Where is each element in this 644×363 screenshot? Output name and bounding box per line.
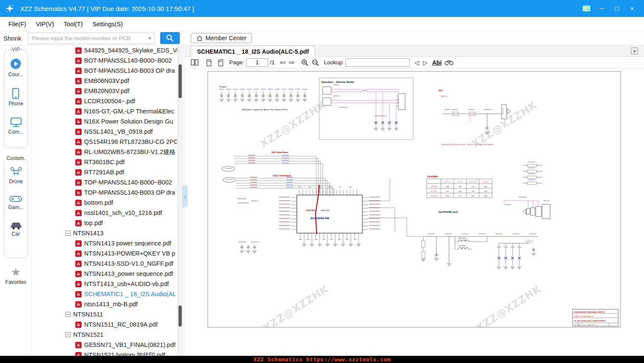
tree-file-row[interactable]: ANTSN1413-POWER+QKEY VB p: [32, 248, 177, 258]
speaker-title: Speaker - Stereo Mode: [321, 80, 354, 84]
tree-file-row[interactable]: Atop.pdf: [32, 218, 177, 228]
pdf-file-icon: A: [75, 129, 82, 135]
tree-file-row[interactable]: ANTST1413_usb+AUDIO-vb.pdf: [32, 279, 177, 289]
tree-collapse-icon[interactable]: −: [66, 312, 71, 317]
collapse-panel-tab[interactable]: ‹: [182, 185, 188, 207]
tree-file-row[interactable]: ANTSN1521 bottom 加丝印.pdf: [32, 350, 177, 356]
tree-file-row[interactable]: AN16S-GT,-GM,-LP Thermal&Elec: [32, 106, 177, 116]
tab-close-button[interactable]: ×: [631, 47, 638, 55]
sidebar-item-course[interactable]: Cour...: [8, 58, 23, 77]
watermark-text: XZZ@XZZHK: [261, 283, 331, 327]
tree-file-row[interactable]: ABOT-MPANSSL140-B003 OP dra: [32, 66, 177, 76]
search-next-button[interactable]: ▷: [423, 60, 428, 66]
sidebar-item-favorites[interactable]: ★ Favorites: [0, 266, 32, 285]
rotate-left-button[interactable]: [205, 59, 213, 66]
nav-forward-button[interactable]: ⇨: [289, 59, 295, 66]
tree-file-row[interactable]: Anssl1401_sch_v10_1216.pdf: [32, 208, 177, 218]
nav-back-button[interactable]: ⇦: [280, 59, 286, 66]
vip-card-icon[interactable]: [582, 5, 591, 12]
sidebar-item-game[interactable]: Gam...: [8, 195, 23, 210]
sidebar-item-phone[interactable]: Phone: [8, 88, 23, 107]
tree-file-row[interactable]: AEMB06N03V.pdf: [32, 76, 177, 86]
svg-text:拔出耳机: 拔出耳机: [431, 195, 437, 197]
resistor-network: [523, 162, 542, 184]
tree-file-row[interactable]: ALCDR100504~.pdf: [32, 96, 177, 106]
pdf-file-icon: A: [75, 58, 82, 64]
tree-item-label: NSSL1401_VB_0918.pdf: [84, 128, 153, 135]
member-center-label: Member Center: [206, 35, 247, 41]
svg-text:Low: Low: [471, 186, 474, 187]
scrollbar-thumb[interactable]: [178, 64, 182, 98]
find-button[interactable]: [444, 59, 454, 66]
tree-file-row[interactable]: Abottom.pdf: [32, 198, 177, 208]
sidebar-item-computer[interactable]: Com...: [8, 117, 23, 135]
rotate-right-button[interactable]: [216, 59, 225, 66]
tree-file-row[interactable]: ANTSN1413 power sequence.pdf: [32, 238, 177, 248]
mic-title: MIC: [438, 89, 443, 92]
zoom-out-button[interactable]: [311, 58, 320, 67]
tree-collapse-icon[interactable]: −: [66, 332, 71, 337]
page-input[interactable]: [246, 58, 268, 67]
tree-file-row[interactable]: AGE5SN71_VB1_FINAL(0821).pdf: [32, 340, 177, 350]
titleblock-bottom-row: Size A4 Document Number Rev 1.0: [574, 324, 597, 326]
menu-vip[interactable]: VIP(V): [34, 19, 56, 29]
tree-file-row[interactable]: AQS154R198 RTL8723BU-CG 2PC: [32, 137, 177, 147]
tree-file-row[interactable]: ART7291AB.pdf: [32, 167, 177, 177]
tree-file-row[interactable]: ARL-UM02WBS-8723BU-V1.2规格: [32, 147, 177, 157]
tree-file-row[interactable]: ASCHEMATIC1 _ 18_I2S Audio(AL: [32, 289, 177, 299]
model-search-input[interactable]: [28, 33, 145, 44]
lookup-input[interactable]: [345, 58, 410, 67]
close-button[interactable]: ×: [628, 4, 636, 13]
minimize-button[interactable]: ─: [597, 4, 606, 13]
two-page-view-button[interactable]: [191, 59, 199, 66]
zoom-out-icon: [311, 58, 320, 67]
tree-file-row[interactable]: Antsn1413_mb-B.pdf: [32, 299, 177, 309]
menu-file[interactable]: File(F): [7, 19, 28, 29]
abi-tool[interactable]: Abi: [432, 59, 442, 66]
tab-schematic[interactable]: SCHEMATIC1 _ 18_I2S Audio(ALC-5.pdf: [191, 46, 315, 57]
tree-file-row[interactable]: ANSSL1401_VB_0918.pdf: [32, 126, 177, 137]
vip-sidebar: -VIP- Cour... Phone Com... Custom. Drone: [0, 45, 32, 356]
search-prev-button[interactable]: ◁: [414, 60, 419, 66]
status-link[interactable]: XZZ Schematics https://www.xzztools.com: [253, 356, 391, 363]
search-button[interactable]: [160, 32, 180, 44]
zoom-in-button[interactable]: [301, 58, 309, 67]
pdf-file-icon: A: [75, 220, 82, 226]
page-label: Page:: [229, 59, 244, 66]
sidebar-item-label: Favorites: [5, 279, 26, 285]
tree-group-row[interactable]: −NTSN1413: [32, 228, 177, 238]
tree-file-row[interactable]: ANTSN1511_RC_0819A.pdf: [32, 319, 177, 330]
sidebar-item-drone[interactable]: Drone: [9, 166, 23, 184]
tree-group-row[interactable]: −NTSN1521: [32, 330, 177, 340]
menu-settings[interactable]: Settings(S): [91, 19, 125, 29]
tree-file-row[interactable]: ART3601BC.pdf: [32, 157, 177, 167]
pdf-file-icon: A: [75, 108, 82, 115]
tree-file-row[interactable]: ANTSN1413-SSD-V1.0_NGFF.pdf: [32, 258, 177, 269]
maximize-button[interactable]: □: [613, 4, 621, 13]
tree-file-row[interactable]: A544925_544925_Skylake_EDS_Vo: [32, 45, 177, 55]
sidebar-item-car[interactable]: Car: [10, 220, 22, 237]
tree-group-row[interactable]: −NTSN1511: [32, 309, 177, 319]
tree-file-row[interactable]: ATOP-MPANSSL140-B000~B002: [32, 177, 177, 187]
tree-file-row[interactable]: AEMB20N03V.pdf: [32, 86, 177, 96]
shrink-button[interactable]: Shrink: [3, 35, 24, 42]
pdf-file-icon: A: [75, 149, 82, 155]
tree-file-row[interactable]: ABOT-MPANSSL140-B000~B002: [32, 55, 177, 66]
tree-collapse-icon[interactable]: −: [66, 231, 71, 236]
tree-item-label: LCDR100504~.pdf: [84, 98, 135, 104]
tree-file-row[interactable]: AN16X Power Solution Design Gu: [32, 116, 177, 126]
tree-file-row[interactable]: ATOP-MPANSSL140-B003 OP dra: [32, 187, 177, 198]
sidebar-item-label: Gam...: [8, 204, 23, 210]
tree-file-row[interactable]: ANTSN1413_power sequence.pdf: [32, 269, 177, 279]
menu-tool[interactable]: Tool(T): [62, 19, 85, 29]
scrollbar-thumb[interactable]: [178, 305, 182, 327]
tree-item-label: NTSN1521 bottom 加丝印.pdf: [84, 351, 165, 356]
file-tree-panel: A544925_544925_Skylake_EDS_VoABOT-MPANSS…: [32, 45, 183, 356]
pdf-page[interactable]: XZZ@XZZHK XZZ@XZZHK XZZ@XZZHK XZZ@XZZHK …: [208, 71, 621, 327]
pdf-canvas[interactable]: XZZ@XZZHK XZZ@XZZHK XZZ@XZZHK XZZ@XZZHK …: [185, 69, 644, 356]
binoculars-icon: [444, 59, 454, 66]
member-center-button[interactable]: Member Center: [191, 33, 252, 43]
titlebar: XZZ Schematics V4.77 [ VIP Due date: 202…: [0, 0, 644, 17]
tree-item-label: EMB06N03V.pdf: [84, 77, 129, 84]
chevron-down-icon[interactable]: ▾: [145, 35, 154, 41]
